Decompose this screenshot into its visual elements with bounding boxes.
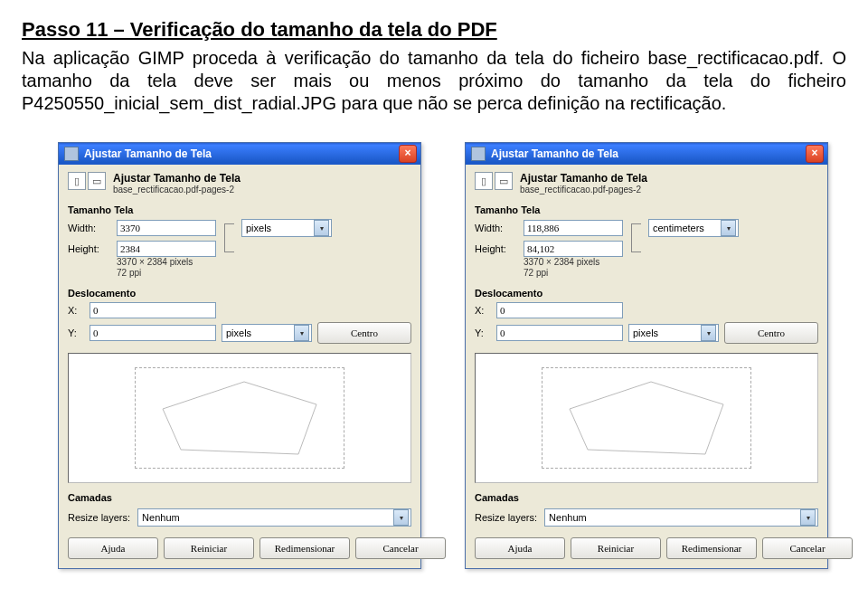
x-label: X:: [475, 305, 491, 316]
reset-button[interactable]: Reiniciar: [571, 537, 661, 559]
offset-unit-select[interactable]: pixels ▾: [222, 324, 312, 342]
preview-area: [68, 353, 411, 483]
chevron-down-icon: ▾: [294, 325, 309, 341]
resize-layers-label: Resize layers:: [475, 512, 537, 523]
portrait-icon[interactable]: ▯: [475, 172, 493, 190]
y-input[interactable]: [496, 325, 623, 341]
dialog-header: ▯ ▭ Ajustar Tamanho de Tela base_rectifi…: [68, 172, 411, 195]
link-chain-icon[interactable]: [222, 219, 236, 257]
link-chain-icon[interactable]: [628, 219, 643, 257]
unit-select[interactable]: pixels ▾: [241, 219, 332, 237]
close-icon[interactable]: ×: [806, 145, 824, 163]
cancel-button[interactable]: Cancelar: [355, 537, 446, 559]
dialog-subtitle: Ajustar Tamanho de Tela: [520, 172, 647, 185]
window-title: Ajustar Tamanho de Tela: [491, 147, 618, 160]
canvas-size-dialog-right: Ajustar Tamanho de Tela × ▯ ▭ Ajustar Ta…: [465, 142, 828, 569]
titlebar: Ajustar Tamanho de Tela ×: [59, 143, 420, 165]
section-layers: Camadas: [475, 492, 818, 503]
unit-value: centimeters: [653, 223, 704, 233]
height-input[interactable]: [524, 241, 623, 257]
resize-layers-select[interactable]: Nenhum ▾: [137, 508, 411, 527]
reset-button[interactable]: Reiniciar: [164, 537, 254, 559]
offset-unit-value: pixels: [226, 327, 251, 338]
chevron-down-icon: ▾: [314, 220, 329, 236]
landscape-icon[interactable]: ▭: [495, 172, 513, 190]
y-label: Y:: [475, 327, 491, 338]
offset-unit-value: pixels: [633, 327, 658, 338]
offset-unit-select[interactable]: pixels ▾: [628, 324, 719, 342]
resize-button[interactable]: Redimensionar: [259, 537, 350, 559]
section-canvas-size: Tamanho Tela: [68, 204, 411, 215]
dialogs-row: Ajustar Tamanho de Tela × ▯ ▭ Ajustar Ta…: [22, 142, 846, 569]
chevron-down-icon: ▾: [721, 220, 736, 236]
dialog-filename: base_rectificacao.pdf-pages-2: [520, 185, 647, 195]
section-layers: Camadas: [68, 492, 411, 503]
dims-pixels: 3370 × 2384 pixels: [117, 257, 411, 268]
step-paragraph: Na aplicação GIMP proceda à verificação …: [22, 47, 846, 115]
titlebar: Ajustar Tamanho de Tela ×: [466, 143, 827, 165]
resize-layers-select[interactable]: Nenhum ▾: [544, 508, 818, 527]
dialog-filename: base_rectificacao.pdf-pages-2: [113, 185, 241, 195]
window-title: Ajustar Tamanho de Tela: [84, 147, 212, 160]
section-offset: Deslocamento: [68, 288, 411, 299]
dims-pixels: 3370 × 2384 pixels: [524, 257, 818, 268]
help-button[interactable]: Ajuda: [475, 537, 565, 559]
app-icon: [471, 147, 486, 161]
y-input[interactable]: [90, 325, 216, 341]
dims-ppi: 72 ppi: [117, 268, 411, 279]
chevron-down-icon: ▾: [701, 325, 716, 341]
resize-button[interactable]: Redimensionar: [666, 537, 757, 559]
close-icon[interactable]: ×: [399, 145, 417, 163]
center-button[interactable]: Centro: [724, 322, 818, 344]
height-label: Height:: [475, 243, 518, 254]
step-title: Passo 11 – Verificação do tamanho da tel…: [22, 18, 846, 42]
svg-marker-1: [570, 382, 723, 454]
app-icon: [64, 147, 79, 161]
dialog-subtitle: Ajustar Tamanho de Tela: [113, 172, 241, 185]
resize-layers-value: Nenhum: [549, 512, 587, 523]
resize-layers-label: Resize layers:: [68, 512, 130, 523]
canvas-size-dialog-left: Ajustar Tamanho de Tela × ▯ ▭ Ajustar Ta…: [58, 142, 421, 569]
x-label: X:: [68, 305, 84, 316]
dialog-header: ▯ ▭ Ajustar Tamanho de Tela base_rectifi…: [475, 172, 818, 195]
x-input[interactable]: [496, 302, 623, 318]
y-label: Y:: [68, 327, 84, 338]
height-input[interactable]: [117, 241, 216, 257]
svg-marker-0: [163, 382, 316, 454]
dims-ppi: 72 ppi: [524, 268, 818, 279]
preview-area: [475, 353, 818, 483]
landscape-icon[interactable]: ▭: [88, 172, 106, 190]
x-input[interactable]: [90, 302, 216, 318]
unit-value: pixels: [246, 223, 271, 233]
portrait-icon[interactable]: ▯: [68, 172, 86, 190]
cancel-button[interactable]: Cancelar: [762, 537, 853, 559]
unit-select[interactable]: centimeters ▾: [648, 219, 739, 237]
chevron-down-icon: ▾: [393, 509, 409, 526]
section-canvas-size: Tamanho Tela: [475, 204, 818, 215]
width-input[interactable]: [117, 220, 216, 236]
chevron-down-icon: ▾: [800, 509, 816, 526]
section-offset: Deslocamento: [475, 288, 818, 299]
width-label: Width:: [475, 223, 518, 233]
height-label: Height:: [68, 243, 111, 254]
width-label: Width:: [68, 223, 111, 233]
center-button[interactable]: Centro: [317, 322, 411, 344]
width-input[interactable]: [524, 220, 623, 236]
resize-layers-value: Nenhum: [142, 512, 180, 523]
help-button[interactable]: Ajuda: [68, 537, 158, 559]
